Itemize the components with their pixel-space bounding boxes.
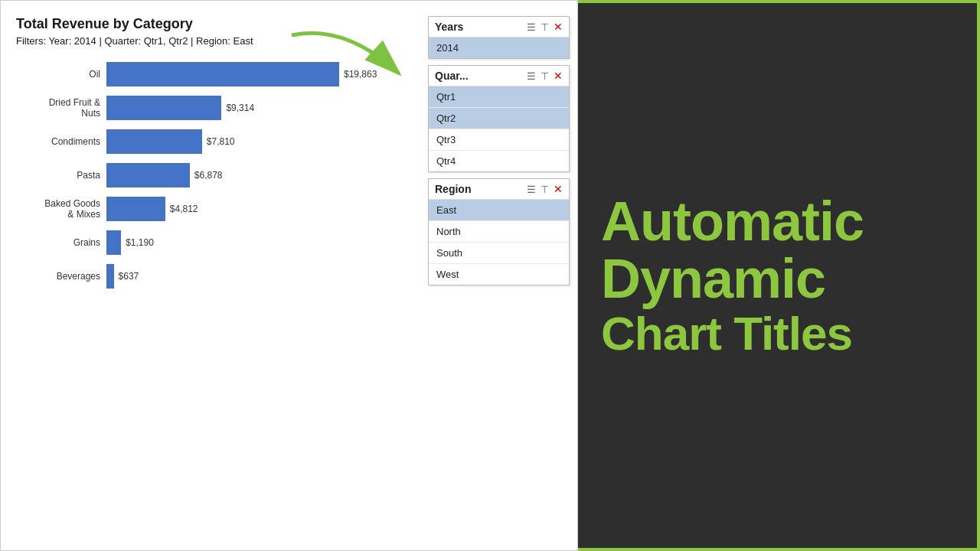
slicer-item-2014[interactable]: 2014 [429,37,569,58]
bar-fill [106,163,190,187]
promo-line1: Automatic [601,193,954,251]
bar-value: $6,878 [194,170,223,181]
promo-panel: Automatic Dynamic Chart Titles [578,0,980,551]
bar-label: Dried Fruit & Nuts [16,97,100,119]
slicer-header-region: Region☰⊤✕ [429,179,569,200]
bar-value: $9,314 [226,103,254,113]
bar-label: Condiments [16,136,100,147]
clear-icon[interactable]: ✕ [554,21,563,33]
bar-value: $637 [119,271,139,282]
bar-label: Oil [16,69,100,80]
slicer-item-west[interactable]: West [429,264,569,285]
filter-icon[interactable]: ☰ [527,70,536,82]
slicer-title-region: Region [435,183,471,195]
bar-value: $7,810 [207,136,235,147]
bar-fill [106,264,114,289]
bar-fill [106,96,221,120]
slicer-item-south[interactable]: South [429,243,569,264]
chart-panel: Total Revenue by Category Filters: Year:… [0,0,578,551]
slicer-title-quarters: Quar... [435,70,469,82]
slicer-item-north[interactable]: North [429,221,569,243]
bar-value: $1,190 [126,237,154,248]
bar-fill [106,62,339,86]
promo-line2: Dynamic [601,250,954,308]
slicer-items-quarters: Qtr1Qtr2Qtr3Qtr4 [429,86,569,171]
slicer-region: Region☰⊤✕EastNorthSouthWest [428,178,570,285]
promo-line3: Chart Titles [601,308,954,358]
bar-label: Beverages [16,271,100,282]
slicers-panel: Years☰⊤✕2014Quar...☰⊤✕Qtr1Qtr2Qtr3Qtr4Re… [428,16,570,285]
funnel-icon[interactable]: ⊤ [541,70,549,82]
slicer-items-years: 2014 [429,37,569,58]
clear-icon[interactable]: ✕ [554,70,563,82]
slicer-quarters: Quar...☰⊤✕Qtr1Qtr2Qtr3Qtr4 [428,65,570,172]
bar-fill [106,129,202,154]
filter-icon[interactable]: ☰ [527,21,536,33]
funnel-icon[interactable]: ⊤ [541,21,549,33]
slicer-item-east[interactable]: East [429,200,569,221]
bar-value: $4,812 [170,204,198,214]
slicer-item-qtr2[interactable]: Qtr2 [429,108,569,129]
slicer-header-years: Years☰⊤✕ [429,17,569,37]
bar-fill [106,197,165,221]
clear-icon[interactable]: ✕ [554,183,563,195]
bar-value: $19,863 [344,69,377,80]
slicer-title-years: Years [435,21,463,33]
bar-label: Grains [16,237,100,248]
slicer-header-quarters: Quar...☰⊤✕ [429,66,569,86]
funnel-icon[interactable]: ⊤ [541,184,549,195]
slicer-items-region: EastNorthSouthWest [429,200,569,285]
slicer-item-qtr4[interactable]: Qtr4 [429,151,569,171]
bar-fill [106,230,121,255]
bar-label: Baked Goods & Mixes [16,198,100,220]
filter-icon[interactable]: ☰ [527,184,536,195]
slicer-item-qtr1[interactable]: Qtr1 [429,86,569,108]
slicer-years: Years☰⊤✕2014 [428,16,570,59]
promo-text: Automatic Dynamic Chart Titles [601,193,954,358]
slicer-item-qtr3[interactable]: Qtr3 [429,129,569,151]
bar-label: Pasta [16,170,100,181]
